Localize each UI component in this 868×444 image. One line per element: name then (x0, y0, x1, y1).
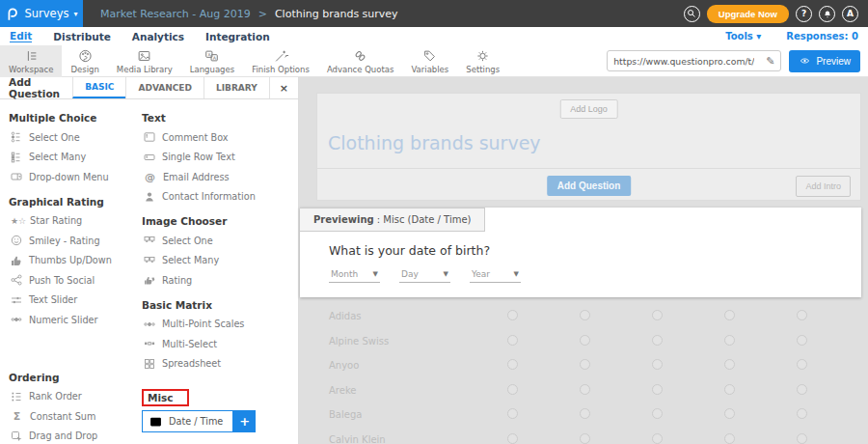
radio-button[interactable] (507, 433, 518, 444)
tag-icon (421, 48, 438, 64)
radio-button[interactable] (724, 359, 735, 370)
notifications-button[interactable] (819, 6, 835, 22)
toolbar-languages[interactable]: xA Languages (181, 45, 243, 77)
edit-url-icon[interactable]: ✎ (760, 55, 780, 68)
radio-button[interactable] (580, 310, 590, 320)
radio-button[interactable] (580, 384, 590, 395)
help-button[interactable]: ? (796, 6, 812, 22)
day-select[interactable]: Day▼ (399, 267, 450, 283)
nav-analytics[interactable]: Analytics (132, 31, 184, 42)
qtype-email-address[interactable]: @ Email Address (142, 167, 291, 187)
qtype-constant-sum[interactable]: Σ Constant Sum (9, 406, 142, 427)
qtype-image-select-one[interactable]: Select One (142, 231, 291, 251)
toolbar-advance-quotas[interactable]: Advance Quotas (318, 45, 403, 77)
nav-edit[interactable]: Edit (10, 30, 32, 42)
close-panel-button[interactable]: × (269, 77, 298, 98)
toolbar-variables[interactable]: Variables (402, 45, 457, 77)
qtype-select-one[interactable]: Select One (9, 127, 142, 148)
tab-basic[interactable]: BASIC (72, 77, 125, 98)
checkbox-list-icon (11, 152, 22, 163)
radio-button[interactable] (797, 359, 807, 370)
radio-button[interactable] (797, 310, 807, 320)
calendar-icon (149, 415, 162, 428)
add-intro-button[interactable]: Add Intro (796, 176, 851, 197)
avatar[interactable]: A (842, 6, 858, 22)
qtype-rank-order[interactable]: Rank Order (9, 387, 142, 407)
qtype-image-select-many[interactable]: Select Many (142, 251, 291, 271)
add-date-time-button[interactable]: + (233, 410, 256, 432)
add-question-button[interactable]: Add Question (547, 176, 632, 196)
qtype-thumbs-up-down[interactable]: Thumbs Up/Down (9, 251, 142, 271)
qtype-numeric-slider[interactable]: Numeric Slider (9, 310, 142, 330)
qtype-push-to-social[interactable]: Push To Social (9, 270, 142, 291)
qtype-date-time[interactable]: Date / Time (142, 410, 233, 432)
qtype-comment-box[interactable]: Comment Box (142, 127, 291, 148)
radio-button[interactable] (507, 408, 518, 419)
radio-button[interactable] (797, 335, 807, 346)
chevron-down-icon: ▼ (514, 270, 519, 278)
year-select[interactable]: Year▼ (470, 267, 521, 283)
qtype-multi-point-scales[interactable]: Multi-Point Scales (142, 315, 291, 335)
qtype-drag-and-drop[interactable]: Drag and Drop (9, 427, 142, 444)
radio-button[interactable] (507, 359, 518, 370)
radio-button[interactable] (652, 335, 663, 346)
qtype-image-rating[interactable]: Rating (142, 270, 291, 291)
tab-advanced[interactable]: ADVANCED (125, 77, 203, 98)
qtype-smiley-rating[interactable]: Smiley - Rating (9, 231, 142, 251)
radio-button[interactable] (652, 384, 663, 395)
radio-button[interactable] (797, 384, 807, 395)
qtype-spreadsheet[interactable]: Spreadsheet (142, 354, 291, 375)
toolbar-design[interactable]: Design (62, 45, 107, 77)
tab-library[interactable]: LIBRARY (203, 77, 269, 98)
radio-button[interactable] (580, 408, 590, 419)
smiley-icon (11, 235, 22, 246)
qtype-dropdown-menu[interactable]: Drop-down Menu (9, 167, 142, 187)
search-button[interactable] (684, 6, 700, 22)
toolbar-media-library[interactable]: Media Library (108, 45, 181, 77)
radio-button[interactable] (797, 408, 807, 419)
radio-button[interactable] (724, 433, 735, 444)
survey-url-input[interactable] (608, 56, 760, 67)
qtype-multi-select[interactable]: Multi-Select (142, 334, 291, 354)
qtype-star-rating[interactable]: ★☆ Star Rating (9, 211, 142, 232)
nav-integration[interactable]: Integration (205, 31, 270, 42)
radio-button[interactable] (652, 408, 663, 419)
radio-button[interactable] (652, 433, 663, 444)
surveys-menu[interactable]: Surveys ▾ (0, 0, 83, 27)
qtype-single-row-text[interactable]: Single Row Text (142, 148, 291, 168)
breadcrumb-folder[interactable]: Market Research - Aug 2019 (100, 8, 251, 20)
radio-button[interactable] (580, 335, 590, 346)
qtype-captcha[interactable]: xyz Captcha (142, 438, 291, 444)
radio-button[interactable] (652, 310, 663, 320)
radio-button[interactable] (652, 359, 663, 370)
radio-button[interactable] (580, 359, 590, 370)
radio-button[interactable] (507, 335, 518, 346)
radio-button[interactable] (507, 384, 518, 395)
table-row: Adidas (300, 305, 861, 330)
add-logo-button[interactable]: Add Logo (559, 99, 618, 119)
radio-button[interactable] (507, 310, 518, 320)
radio-button[interactable] (724, 384, 735, 395)
panel-title: Add Question (0, 77, 72, 98)
radio-button[interactable] (580, 433, 590, 444)
preview-button[interactable]: Preview (789, 50, 860, 72)
qtype-contact-information[interactable]: Contact Information (142, 187, 291, 208)
responses-count[interactable]: Responses: 0 (786, 31, 858, 42)
month-select[interactable]: Month▼ (329, 267, 380, 283)
misc-highlight-box: Misc (142, 389, 189, 406)
radio-button[interactable] (797, 433, 807, 444)
previewing-label: Previewing (313, 214, 374, 225)
radio-button[interactable] (724, 335, 735, 346)
tools-menu[interactable]: Tools ▾ (725, 31, 761, 42)
toolbar-settings[interactable]: Settings (457, 45, 508, 77)
toolbar-workspace[interactable]: Workspace (0, 45, 62, 77)
svg-text:x: x (208, 51, 211, 57)
radio-button[interactable] (724, 310, 735, 320)
upgrade-now-button[interactable]: Upgrade Now (707, 5, 789, 23)
qtype-select-many[interactable]: Select Many (9, 148, 142, 168)
toolbar-finish-options[interactable]: Finish Options (243, 45, 318, 77)
nav-distribute[interactable]: Distribute (53, 31, 111, 42)
chevron-down-icon: ▼ (444, 270, 448, 278)
qtype-text-slider[interactable]: Text Slider (9, 291, 142, 311)
radio-button[interactable] (724, 408, 735, 419)
